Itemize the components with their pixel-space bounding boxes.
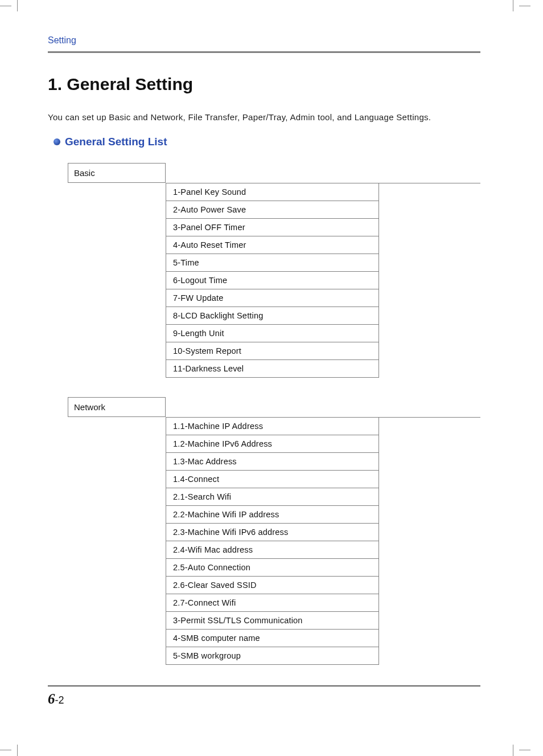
list-item: 8-LCD Backlight Setting	[166, 307, 379, 325]
page-footer: 6-2	[48, 685, 480, 707]
page-heading: 1. General Setting	[48, 75, 480, 94]
list-item: 5-SMB workgroup	[166, 647, 379, 665]
chapter-number: 6	[48, 691, 55, 706]
list-item: 3-Permit SSL/TLS Communication	[166, 612, 379, 630]
list-item: 2-Auto Power Save	[166, 201, 379, 219]
list-item: 1.3-Mac Address	[166, 453, 379, 471]
page-index: -2	[55, 694, 64, 706]
list-item: 10-System Report	[166, 342, 379, 360]
list-item: 2.3-Machine Wifi IPv6 address	[166, 524, 379, 541]
list-item: 6-Logout Time	[166, 272, 379, 289]
header-divider	[48, 51, 480, 53]
list-item: 2.2-Machine Wifi IP address	[166, 506, 379, 524]
list-item: 2.4-Wifi Mac address	[166, 541, 379, 559]
intro-text: You can set up Basic and Network, File T…	[48, 112, 480, 122]
group-items: 1.1-Machine IP Address 1.2-Machine IPv6 …	[166, 417, 480, 665]
list-item: 3-Panel OFF Timer	[166, 219, 379, 236]
footer-divider	[48, 685, 480, 686]
page-number: 6-2	[48, 691, 480, 707]
document-page: Setting 1. General Setting You can set u…	[0, 0, 543, 707]
subsection-heading: General Setting List	[54, 136, 480, 148]
settings-group-basic: Basic 1-Panel Key Sound 2-Auto Power Sav…	[68, 163, 480, 378]
list-item: 2.6-Clear Saved SSID	[166, 577, 379, 594]
group-items: 1-Panel Key Sound 2-Auto Power Save 3-Pa…	[166, 183, 480, 378]
header-section-title: Setting	[48, 35, 480, 51]
list-item: 2.5-Auto Connection	[166, 559, 379, 577]
list-item: 5-Time	[166, 254, 379, 272]
list-item: 2.1-Search Wifi	[166, 488, 379, 506]
list-item: 2.7-Connect Wifi	[166, 594, 379, 612]
bullet-icon	[54, 138, 60, 145]
group-label: Network	[68, 397, 166, 417]
list-item: 4-Auto Reset Timer	[166, 236, 379, 254]
list-item: 4-SMB computer name	[166, 630, 379, 647]
list-item: 1-Panel Key Sound	[166, 183, 379, 201]
list-item: 1.2-Machine IPv6 Address	[166, 435, 379, 453]
list-item: 1.1-Machine IP Address	[166, 418, 379, 435]
group-label: Basic	[68, 163, 166, 183]
list-item: 11-Darkness Level	[166, 360, 379, 378]
list-item: 7-FW Update	[166, 289, 379, 307]
list-item: 1.4-Connect	[166, 471, 379, 488]
settings-group-network: Network 1.1-Machine IP Address 1.2-Machi…	[68, 397, 480, 665]
list-item: 9-Length Unit	[166, 325, 379, 342]
subsection-heading-text: General Setting List	[65, 136, 167, 148]
